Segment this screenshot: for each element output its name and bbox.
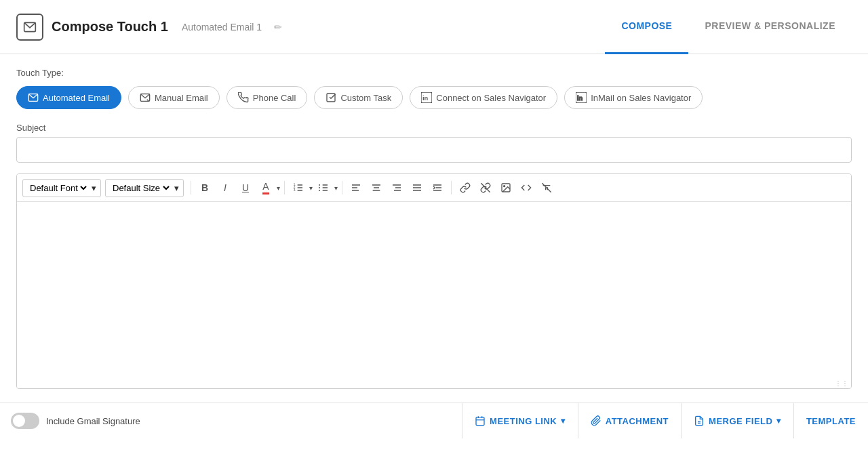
- italic-button[interactable]: I: [216, 178, 235, 197]
- size-chevron-icon: ▾: [174, 183, 179, 193]
- footer-right: MEETING LINK ▾ ATTACHMENT MERGE FIELD ▾ …: [462, 403, 868, 438]
- footer-bar: Include Gmail Signature MEETING LINK ▾ A…: [0, 403, 868, 438]
- edit-icon[interactable]: ✏: [274, 22, 282, 33]
- underline-button[interactable]: U: [236, 178, 255, 197]
- touch-btn-connect-sales-nav[interactable]: in Connect on Sales Navigator: [410, 86, 557, 109]
- ordered-list-button[interactable]: 1. 2. 3.: [289, 178, 308, 197]
- touch-btn-phone-call-label: Phone Call: [253, 93, 296, 103]
- unlink-button[interactable]: [476, 178, 495, 197]
- editor-toolbar: Default Font ▾ Default Size ▾ B I U A ▾: [17, 174, 851, 202]
- template-button[interactable]: TEMPLATE: [794, 403, 868, 438]
- page-title: Compose Touch 1: [52, 19, 168, 35]
- touch-btn-manual-email[interactable]: Manual Email: [128, 86, 220, 109]
- svg-point-20: [319, 190, 320, 191]
- compose-icon: [16, 14, 43, 41]
- align-right-button[interactable]: [387, 178, 406, 197]
- footer-left: Include Gmail Signature: [0, 413, 462, 429]
- align-justify-button[interactable]: [408, 178, 427, 197]
- align-left-button[interactable]: [347, 178, 366, 197]
- unordered-list-button[interactable]: [314, 178, 333, 197]
- merge-field-label: MERGE FIELD: [709, 416, 772, 426]
- ordered-list-chevron-icon[interactable]: ▾: [309, 184, 313, 192]
- attachment-button[interactable]: ATTACHMENT: [578, 403, 682, 438]
- touch-btn-custom-task-label: Custom Task: [340, 93, 391, 103]
- font-dropdown[interactable]: Default Font: [27, 182, 89, 194]
- touch-btn-connect-sales-nav-label: Connect on Sales Navigator: [436, 93, 546, 103]
- link-button[interactable]: [456, 178, 475, 197]
- align-center-button[interactable]: [367, 178, 386, 197]
- page-subtitle: Automated Email 1: [182, 22, 262, 33]
- image-button[interactable]: [496, 178, 515, 197]
- header-left: Compose Touch 1 Automated Email 1 ✏: [16, 14, 282, 41]
- touch-type-buttons: Automated Email Manual Email Phone Call: [16, 86, 852, 109]
- svg-rect-43: [476, 417, 484, 426]
- font-selector[interactable]: Default Font ▾: [22, 179, 101, 197]
- gmail-signature-toggle[interactable]: [11, 413, 39, 429]
- subject-input[interactable]: [16, 137, 852, 163]
- touch-btn-manual-email-label: Manual Email: [155, 93, 208, 103]
- bold-button[interactable]: B: [195, 178, 214, 197]
- gmail-signature-label: Include Gmail Signature: [46, 416, 140, 426]
- svg-text:3.: 3.: [294, 188, 296, 192]
- size-selector[interactable]: Default Size ▾: [105, 179, 184, 197]
- size-dropdown[interactable]: Default Size: [110, 182, 172, 194]
- meeting-link-button[interactable]: MEETING LINK ▾: [462, 403, 578, 438]
- meeting-link-label: MEETING LINK: [490, 416, 557, 426]
- attachment-label: ATTACHMENT: [606, 416, 669, 426]
- editor-resize-handle[interactable]: ⋮⋮: [17, 378, 851, 388]
- touch-btn-automated-email[interactable]: Automated Email: [16, 86, 121, 109]
- touch-btn-automated-email-label: Automated Email: [43, 93, 110, 103]
- code-button[interactable]: [517, 178, 536, 197]
- header-nav: COMPOSE PREVIEW & PERSONALIZE: [605, 0, 852, 54]
- merge-field-button[interactable]: MERGE FIELD ▾: [682, 403, 794, 438]
- svg-point-18: [319, 184, 320, 186]
- main-content: Touch Type: Automated Email Manual Email: [0, 54, 868, 403]
- svg-point-19: [319, 187, 320, 188]
- tab-compose[interactable]: COMPOSE: [605, 0, 688, 54]
- clear-format-button[interactable]: [537, 178, 556, 197]
- header: Compose Touch 1 Automated Email 1 ✏ COMP…: [0, 0, 868, 54]
- meeting-link-chevron-icon: ▾: [561, 416, 566, 426]
- touch-btn-inmail-sales-nav[interactable]: in InMail on Sales Navigator: [564, 86, 703, 109]
- font-chevron-icon: ▾: [92, 183, 96, 193]
- svg-rect-4: [327, 94, 335, 102]
- touch-btn-inmail-sales-nav-label: InMail on Sales Navigator: [591, 93, 691, 103]
- touch-btn-phone-call[interactable]: Phone Call: [226, 86, 308, 109]
- font-color-button[interactable]: A: [256, 178, 275, 197]
- tab-preview[interactable]: PREVIEW & PERSONALIZE: [688, 0, 852, 54]
- touch-btn-custom-task[interactable]: Custom Task: [314, 86, 403, 109]
- toolbar-divider-2: [284, 181, 285, 194]
- toolbar-divider-4: [451, 181, 452, 194]
- toggle-slider: [11, 413, 39, 429]
- svg-text:in: in: [577, 95, 583, 102]
- indent-button[interactable]: [428, 178, 447, 197]
- merge-field-chevron-icon: ▾: [776, 416, 781, 426]
- font-color-chevron-icon[interactable]: ▾: [277, 184, 280, 192]
- template-label: TEMPLATE: [806, 416, 856, 426]
- svg-line-42: [542, 183, 551, 192]
- editor-container: Default Font ▾ Default Size ▾ B I U A ▾: [16, 173, 852, 389]
- toolbar-divider-3: [342, 181, 342, 194]
- svg-text:in: in: [422, 95, 429, 102]
- subject-label: Subject: [16, 123, 852, 133]
- unordered-list-chevron-icon[interactable]: ▾: [334, 184, 338, 192]
- svg-point-38: [504, 186, 505, 187]
- editor-body[interactable]: [17, 202, 851, 378]
- toolbar-divider-1: [191, 181, 191, 194]
- touch-type-label: Touch Type:: [16, 68, 852, 78]
